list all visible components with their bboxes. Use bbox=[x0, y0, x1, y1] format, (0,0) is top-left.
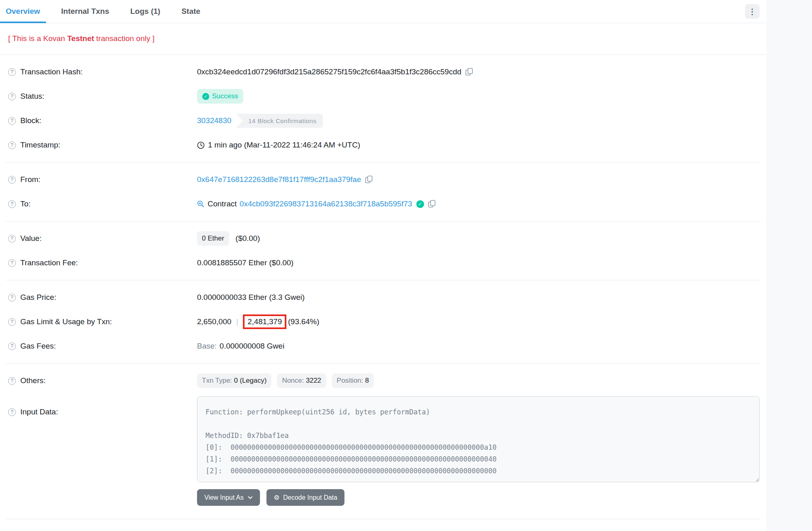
section-overview-top: ?Transaction Hash: 0xcb324eedcd1d07296fd… bbox=[6, 55, 760, 163]
help-icon[interactable]: ? bbox=[8, 176, 16, 184]
help-icon[interactable]: ? bbox=[8, 200, 16, 208]
kebab-menu-button[interactable]: ⋮ bbox=[745, 4, 760, 19]
from-address-link[interactable]: 0x647e7168122263d8e7f81f17fff9c2f1aa379f… bbox=[197, 175, 361, 184]
gas-used-percent: (93.64%) bbox=[288, 317, 319, 326]
row-gas-limit-usage: ?Gas Limit & Usage by Txn: 2,650,000 | 2… bbox=[6, 310, 760, 334]
gas-limit-label: Gas Limit & Usage by Txn: bbox=[20, 317, 112, 326]
copy-icon[interactable] bbox=[365, 176, 372, 184]
timestamp-label: Timestamp: bbox=[20, 141, 61, 150]
row-status: ?Status: ✓ Success bbox=[6, 84, 760, 108]
status-badge: ✓ Success bbox=[197, 89, 243, 104]
nonce-badge: Nonce: 3222 bbox=[277, 373, 326, 388]
row-block: ?Block: 30324830 14 Block Confirmations bbox=[6, 108, 760, 133]
help-icon[interactable]: ? bbox=[8, 342, 16, 350]
transaction-fee-label: Transaction Fee: bbox=[20, 258, 78, 267]
row-transaction-fee: ?Transaction Fee: 0.0081885507 Ether ($0… bbox=[6, 251, 760, 275]
section-value-fee: ?Value: 0 Ether ($0.00) ?Transaction Fee… bbox=[6, 221, 760, 280]
block-number-link[interactable]: 30324830 bbox=[197, 116, 232, 125]
input-data-textarea[interactable]: Function: performUpkeep(uint256 id, byte… bbox=[197, 396, 760, 482]
check-circle-icon: ✓ bbox=[202, 93, 209, 100]
base-fee-value: 0.000000008 Gwei bbox=[220, 342, 285, 351]
help-icon[interactable]: ? bbox=[8, 318, 16, 326]
help-icon[interactable]: ? bbox=[8, 259, 16, 267]
status-value: Success bbox=[212, 92, 238, 100]
row-timestamp: ?Timestamp: 1 min ago (Mar-11-2022 11:46… bbox=[6, 133, 760, 157]
row-to: ?To: Contract 0x4cb093f226983713164a6213… bbox=[6, 192, 760, 216]
transaction-hash-label: Transaction Hash: bbox=[20, 67, 82, 76]
help-icon[interactable]: ? bbox=[8, 408, 16, 416]
transaction-detail-card: Overview Internal Txns Logs (1) State ⋮ … bbox=[0, 0, 766, 531]
tab-overview[interactable]: Overview bbox=[0, 0, 46, 23]
tab-bar: Overview Internal Txns Logs (1) State ⋮ bbox=[0, 0, 766, 23]
chevron-down-icon bbox=[248, 496, 253, 499]
help-icon[interactable]: ? bbox=[8, 235, 16, 243]
row-gas-price: ?Gas Price: 0.0000000033 Ether (3.3 Gwei… bbox=[6, 285, 760, 310]
decode-input-data-button[interactable]: ⚙ Decode Input Data bbox=[266, 489, 345, 506]
section-others-input: ?Others: Txn Type: 0 (Legacy) Nonce: 322… bbox=[6, 364, 760, 519]
value-usd: ($0.00) bbox=[236, 234, 260, 243]
testnet-notice: [ This is a Kovan Testnet transaction on… bbox=[0, 23, 766, 55]
annotation-box: 2,481,379 bbox=[243, 314, 286, 329]
row-input-data: ?Input Data: Function: performUpkeep(uin… bbox=[6, 396, 760, 506]
row-transaction-hash: ?Transaction Hash: 0xcb324eedcd1d07296fd… bbox=[6, 60, 760, 84]
kebab-icon: ⋮ bbox=[749, 7, 756, 16]
separator: | bbox=[236, 317, 238, 326]
transaction-hash-value: 0xcb324eedcd1d07296fdf3d215a2865275f159c… bbox=[197, 67, 461, 76]
ether-value-badge: 0 Ether bbox=[197, 231, 229, 246]
help-icon[interactable]: ? bbox=[8, 93, 16, 100]
to-type: Contract bbox=[208, 199, 237, 208]
block-label: Block: bbox=[20, 116, 41, 125]
section-addresses: ?From: 0x647e7168122263d8e7f81f17fff9c2f… bbox=[6, 163, 760, 221]
copy-icon[interactable] bbox=[428, 200, 435, 208]
row-others: ?Others: Txn Type: 0 (Legacy) Nonce: 322… bbox=[6, 368, 760, 393]
tab-internal-txns[interactable]: Internal Txns bbox=[56, 0, 115, 23]
section-gas: ?Gas Price: 0.0000000033 Ether (3.3 Gwei… bbox=[6, 280, 760, 364]
decode-gears-icon: ⚙ bbox=[274, 494, 279, 501]
row-gas-fees: ?Gas Fees: Base: 0.000000008 Gwei bbox=[6, 334, 760, 358]
verified-check-icon: ✓ bbox=[416, 200, 424, 208]
timestamp-value: 1 min ago (Mar-11-2022 11:46:24 AM +UTC) bbox=[208, 141, 360, 150]
status-label: Status: bbox=[20, 92, 44, 101]
to-label: To: bbox=[20, 199, 30, 208]
view-input-as-button[interactable]: View Input As bbox=[197, 489, 260, 506]
help-icon[interactable]: ? bbox=[8, 117, 16, 125]
gas-limit-value: 2,650,000 bbox=[197, 317, 232, 326]
transaction-fee-value: 0.0081885507 Ether ($0.00) bbox=[197, 258, 294, 267]
input-data-label: Input Data: bbox=[20, 407, 58, 416]
to-address-link[interactable]: 0x4cb093f226983713164a62138c3f718a5b595f… bbox=[240, 199, 412, 208]
help-icon[interactable]: ? bbox=[8, 68, 16, 76]
bottom-divider bbox=[6, 519, 760, 528]
position-badge: Position: 8 bbox=[332, 373, 374, 388]
gas-price-label: Gas Price: bbox=[20, 293, 56, 302]
gas-used-value: 2,481,379 bbox=[247, 317, 282, 326]
from-label: From: bbox=[20, 175, 41, 184]
tab-state[interactable]: State bbox=[176, 0, 206, 23]
block-confirmations-badge: 14 Block Confirmations bbox=[236, 114, 323, 128]
row-value: ?Value: 0 Ether ($0.00) bbox=[6, 226, 760, 251]
gas-price-value: 0.0000000033 Ether (3.3 Gwei) bbox=[197, 293, 305, 302]
base-fee-label: Base: bbox=[197, 342, 217, 351]
gas-fees-label: Gas Fees: bbox=[20, 342, 56, 351]
value-label: Value: bbox=[20, 234, 41, 243]
help-icon[interactable]: ? bbox=[8, 141, 16, 149]
others-label: Others: bbox=[20, 376, 45, 385]
row-from: ?From: 0x647e7168122263d8e7f81f17fff9c2f… bbox=[6, 167, 760, 192]
search-plus-icon[interactable] bbox=[197, 200, 204, 208]
clock-icon bbox=[197, 141, 205, 149]
help-icon[interactable]: ? bbox=[8, 377, 16, 385]
tab-logs[interactable]: Logs (1) bbox=[125, 0, 166, 23]
copy-icon[interactable] bbox=[466, 68, 473, 76]
txn-type-badge: Txn Type: 0 (Legacy) bbox=[197, 373, 271, 388]
help-icon[interactable]: ? bbox=[8, 294, 16, 301]
